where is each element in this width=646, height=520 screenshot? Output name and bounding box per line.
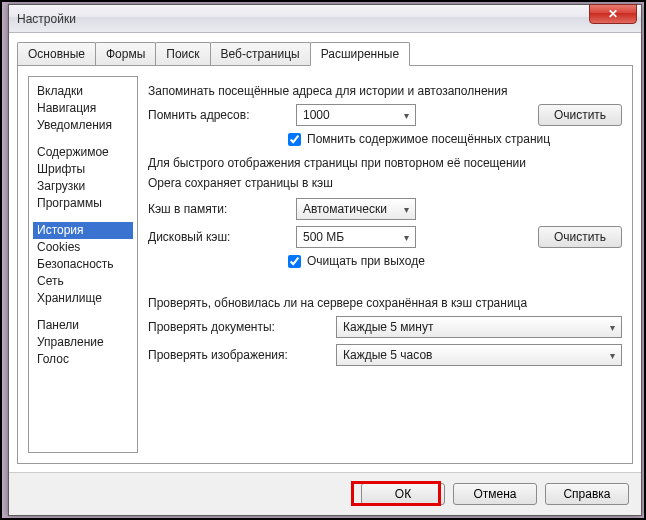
clear-cache-button[interactable]: Очистить [538, 226, 622, 248]
sidebar-item-безопасность[interactable]: Безопасность [33, 256, 133, 273]
clear-on-exit-label: Очищать при выходе [307, 254, 425, 268]
remember-content-label: Помнить содержимое посещённых страниц [307, 132, 550, 146]
section-history-heading: Запоминать посещённые адреса для истории… [148, 84, 622, 98]
clear-history-button[interactable]: Очистить [538, 104, 622, 126]
chevron-down-icon: ▾ [610, 350, 615, 361]
main-area: Запоминать посещённые адреса для истории… [148, 76, 622, 453]
ok-button[interactable]: ОК [361, 483, 445, 505]
tabstrip: ОсновныеФормыПоискВеб-страницыРасширенны… [17, 42, 633, 66]
clear-on-exit-row: Очищать при выходе [288, 254, 622, 268]
remember-content-checkbox[interactable] [288, 133, 301, 146]
recheck-section-heading: Проверять, обновилась ли на сервере сохр… [148, 296, 622, 310]
sidebar[interactable]: ВкладкиНавигацияУведомленияСодержимоеШри… [28, 76, 138, 453]
tab-поиск[interactable]: Поиск [155, 42, 210, 66]
tab-panel-advanced: ВкладкиНавигацияУведомленияСодержимоеШри… [17, 65, 633, 464]
tab-формы[interactable]: Формы [95, 42, 156, 66]
cache-section-line2: Opera сохраняет страницы в кэш [148, 176, 622, 190]
check-documents-select[interactable]: Каждые 5 минут ▾ [336, 316, 622, 338]
sidebar-item-навигация[interactable]: Навигация [33, 100, 133, 117]
remember-addresses-label: Помнить адресов: [148, 108, 288, 122]
sidebar-item-хранилище[interactable]: Хранилище [33, 290, 133, 307]
sidebar-item-cookies[interactable]: Cookies [33, 239, 133, 256]
disk-cache-label: Дисковый кэш: [148, 230, 288, 244]
tab-веб-страницы[interactable]: Веб-страницы [210, 42, 311, 66]
cancel-button[interactable]: Отмена [453, 483, 537, 505]
chevron-down-icon: ▾ [610, 322, 615, 333]
disk-cache-select[interactable]: 500 МБ ▾ [296, 226, 416, 248]
sidebar-item-панели[interactable]: Панели [33, 317, 133, 334]
sidebar-item-содержимое[interactable]: Содержимое [33, 144, 133, 161]
dialog-button-bar: ОК Отмена Справка [9, 472, 641, 515]
check-documents-label: Проверять документы: [148, 320, 328, 334]
chevron-down-icon: ▾ [404, 232, 409, 243]
sidebar-item-шрифты[interactable]: Шрифты [33, 161, 133, 178]
sidebar-item-голос[interactable]: Голос [33, 351, 133, 368]
chevron-down-icon: ▾ [404, 204, 409, 215]
remember-addresses-input[interactable]: 1000 ▾ [296, 104, 416, 126]
close-button[interactable]: ✕ [589, 4, 637, 24]
titlebar: Настройки ✕ [9, 5, 641, 33]
cache-section-line1: Для быстрого отображения страницы при по… [148, 156, 622, 170]
sidebar-item-уведомления[interactable]: Уведомления [33, 117, 133, 134]
tab-основные[interactable]: Основные [17, 42, 96, 66]
sidebar-item-загрузки[interactable]: Загрузки [33, 178, 133, 195]
sidebar-item-программы[interactable]: Программы [33, 195, 133, 212]
check-images-select[interactable]: Каждые 5 часов ▾ [336, 344, 622, 366]
chevron-down-icon: ▾ [404, 110, 409, 121]
settings-window: Настройки ✕ ОсновныеФормыПоискВеб-страни… [8, 4, 642, 516]
window-title: Настройки [17, 12, 76, 26]
memory-cache-label: Кэш в памяти: [148, 202, 288, 216]
tab-расширенные[interactable]: Расширенные [310, 42, 411, 66]
sidebar-item-вкладки[interactable]: Вкладки [33, 83, 133, 100]
help-button[interactable]: Справка [545, 483, 629, 505]
sidebar-item-управление[interactable]: Управление [33, 334, 133, 351]
close-icon: ✕ [608, 7, 618, 21]
clear-on-exit-checkbox[interactable] [288, 255, 301, 268]
sidebar-item-история[interactable]: История [33, 222, 133, 239]
sidebar-item-сеть[interactable]: Сеть [33, 273, 133, 290]
remember-content-row: Помнить содержимое посещённых страниц [288, 132, 622, 146]
check-images-label: Проверять изображения: [148, 348, 328, 362]
memory-cache-select[interactable]: Автоматически ▾ [296, 198, 416, 220]
